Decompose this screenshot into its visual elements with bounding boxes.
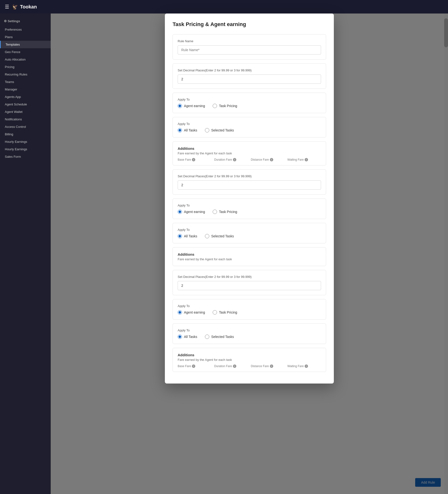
radio-task-pricing-2[interactable]: Task Pricing [213, 210, 237, 214]
radio-task-pricing-1[interactable]: Task Pricing [213, 104, 237, 108]
radio-label-all-tasks-3: All Tasks [184, 335, 197, 339]
base-fare-info-icon-1[interactable]: i [192, 158, 195, 161]
base-fare-info-icon-3[interactable]: i [192, 364, 195, 368]
fare-col-distance-3: Distance Fare i [251, 364, 285, 368]
sidebar-item-plans[interactable]: Plans [0, 33, 51, 41]
radio-input-selected-tasks-3[interactable] [205, 334, 209, 339]
sidebar-item-label: Templates [6, 43, 20, 46]
radio-label-all-tasks-2: All Tasks [184, 234, 197, 238]
fare-label-waiting-3: Waiting Fare i [287, 364, 321, 368]
radio-agent-earning-2[interactable]: Agent earning [178, 210, 205, 214]
radio-label-task-pricing-3: Task Pricing [219, 310, 237, 314]
waiting-fare-info-icon-3[interactable]: i [305, 364, 308, 368]
waiting-fare-info-icon-1[interactable]: i [305, 158, 308, 161]
fare-label-text-waiting-1: Waiting Fare [287, 158, 304, 161]
distance-fare-info-icon-3[interactable]: i [270, 364, 273, 368]
radio-selected-tasks-3[interactable]: Selected Tasks [205, 334, 234, 339]
decimal-input-3[interactable] [178, 281, 321, 290]
decimal-label-1: Set Decimal Places(Enter 2 for 99.99 or … [178, 69, 321, 72]
apply-to-type-section-3: Apply To Agent earning Task Pricing [173, 299, 326, 320]
radio-all-tasks-3[interactable]: All Tasks [178, 334, 197, 339]
apply-to-type-section-2: Apply To Agent earning Task Pricing [173, 198, 326, 219]
additions-section-3: Additions Fare earned by the Agent for e… [173, 348, 326, 372]
radio-task-pricing-3[interactable]: Task Pricing [213, 310, 237, 315]
sidebar-item-hourlyearnings2[interactable]: Hourly Earnings [0, 146, 51, 153]
sidebar-item-autoallocation[interactable]: Auto Allocation [0, 56, 51, 63]
sidebar-item-agentwallet[interactable]: Agent Wallet [0, 108, 51, 116]
fare-label-base-1: Base Fare i [178, 158, 211, 161]
radio-input-all-tasks-2[interactable] [178, 234, 182, 238]
radio-label-agent-earning-1: Agent earning [184, 104, 205, 108]
apply-to-type-label-3: Apply To [178, 304, 321, 308]
sidebar-item-notifications[interactable]: Notifications [0, 116, 51, 123]
fare-label-distance-1: Distance Fare i [251, 158, 285, 161]
radio-selected-tasks-2[interactable]: Selected Tasks [205, 234, 234, 238]
radio-all-tasks-1[interactable]: All Tasks [178, 128, 197, 132]
radio-input-selected-tasks-1[interactable] [205, 128, 209, 132]
app-content: ⚙ Settings Preferences Plans Templates G… [0, 13, 448, 494]
radio-input-task-pricing-3[interactable] [213, 310, 217, 315]
sidebar-item-teams[interactable]: Teams [0, 78, 51, 86]
apply-to-tasks-section-2: Apply To All Tasks Selected Tasks [173, 223, 326, 243]
radio-input-selected-tasks-2[interactable] [205, 234, 209, 238]
radio-agent-earning-1[interactable]: Agent earning [178, 104, 205, 108]
radio-all-tasks-2[interactable]: All Tasks [178, 234, 197, 238]
radio-input-agent-earning-3[interactable] [178, 310, 182, 315]
apply-to-type-radios-1: Agent earning Task Pricing [178, 104, 321, 108]
radio-agent-earning-3[interactable]: Agent earning [178, 310, 205, 315]
fare-label-text-base-1: Base Fare [178, 158, 191, 161]
fare-label-text-distance-3: Distance Fare [251, 364, 269, 368]
radio-selected-tasks-1[interactable]: Selected Tasks [205, 128, 234, 132]
duration-fare-info-icon-1[interactable]: i [233, 158, 236, 161]
sidebar-item-hourlyearnings1[interactable]: Hourly Earnings [0, 138, 51, 146]
fare-col-duration-3: Duration Fare i [214, 364, 248, 368]
rule-name-input[interactable] [178, 45, 321, 54]
sidebar-item-label: Hourly Earnings [5, 147, 27, 151]
fare-col-waiting-1: Waiting Fare i [287, 158, 321, 161]
logo-icon: 🦅 [12, 4, 18, 10]
decimal-section-2: Set Decimal Places(Enter 2 for 99.99 or … [173, 169, 326, 195]
apply-to-tasks-radios-2: All Tasks Selected Tasks [178, 234, 321, 238]
sidebar-item-agentschedule[interactable]: Agent Schedule [0, 100, 51, 108]
duration-fare-info-icon-3[interactable]: i [233, 364, 236, 368]
sidebar-item-salesform[interactable]: Sales Form [0, 153, 51, 161]
sidebar-item-agentsapp[interactable]: Agents App [0, 93, 51, 100]
fare-label-duration-1: Duration Fare i [214, 158, 248, 161]
radio-input-task-pricing-2[interactable] [213, 210, 217, 214]
app-logo: 🦅 Tookan [12, 4, 37, 10]
sidebar-item-geofence[interactable]: Geo Fence [0, 48, 51, 56]
fare-col-waiting-3: Waiting Fare i [287, 364, 321, 368]
sidebar-item-accesscontrol[interactable]: Access Control [0, 123, 51, 131]
fare-label-text-duration-1: Duration Fare [214, 158, 232, 161]
sidebar-item-label: Agent Wallet [5, 110, 23, 114]
radio-input-agent-earning-2[interactable] [178, 210, 182, 214]
sidebar-item-label: Auto Allocation [5, 58, 26, 61]
decimal-input-1[interactable] [178, 74, 321, 84]
sidebar-item-label: Preferences [5, 28, 22, 31]
decimal-label-2: Set Decimal Places(Enter 2 for 99.99 or … [178, 174, 321, 178]
radio-input-agent-earning-1[interactable] [178, 104, 182, 108]
sidebar-item-preferences[interactable]: Preferences [0, 26, 51, 33]
sidebar-item-manager[interactable]: Manager [0, 86, 51, 93]
sidebar-item-pricing[interactable]: Pricing [0, 63, 51, 71]
additions-subtitle-1: Fare earned by the Agent for each task [178, 151, 321, 155]
decimal-label-3: Set Decimal Places(Enter 2 for 99.99 or … [178, 275, 321, 279]
additions-title-2: Additions [178, 252, 321, 256]
radio-label-agent-earning-3: Agent earning [184, 310, 205, 314]
distance-fare-info-icon-1[interactable]: i [270, 158, 273, 161]
radio-input-task-pricing-1[interactable] [213, 104, 217, 108]
sidebar-item-templates[interactable]: Templates [0, 41, 51, 48]
logo-text: Tookan [20, 4, 37, 10]
sidebar-item-billing[interactable]: Billing [0, 131, 51, 138]
apply-to-tasks-label-2: Apply To [178, 228, 321, 232]
decimal-section-1: Set Decimal Places(Enter 2 for 99.99 or … [173, 63, 326, 89]
modal-title: Task Pricing & Agent earning [173, 21, 326, 27]
sidebar-item-label: Notifications [5, 117, 22, 121]
sidebar-item-recurringrules[interactable]: Recurring Rules [0, 71, 51, 78]
hamburger-icon[interactable]: ☰ [5, 4, 9, 10]
radio-input-all-tasks-1[interactable] [178, 128, 182, 132]
main-content: Task Pricing & Agent earning Rule Name S… [51, 13, 448, 494]
decimal-input-2[interactable] [178, 180, 321, 190]
radio-label-task-pricing-1: Task Pricing [219, 104, 237, 108]
radio-input-all-tasks-3[interactable] [178, 334, 182, 339]
